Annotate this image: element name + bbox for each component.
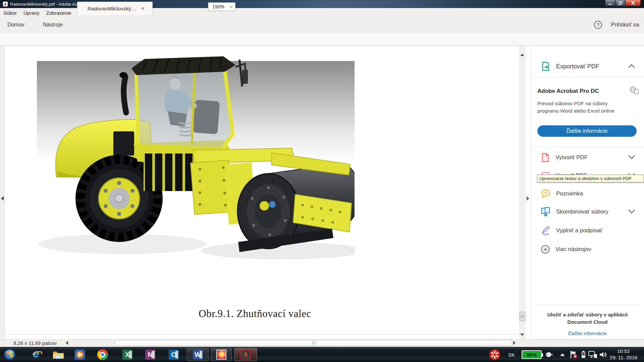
vertical-scrollbar[interactable] (519, 46, 526, 339)
promo-description-line2: programu Word alebo Excel online (537, 108, 638, 114)
doc-cloud-text-line2: Document Cloud (531, 319, 644, 325)
window-controls (605, 0, 641, 6)
page-size-label: 8,26 x 11,69 palcov (13, 340, 57, 346)
screen: RadovanMikšovský.pdf - Adobe Acrobat Rea… (0, 0, 644, 362)
zoom-level-select[interactable]: 150% (208, 2, 235, 11)
globe-copy-icon[interactable] (629, 86, 639, 95)
clock[interactable]: 10:52 29. 11. 2016 (605, 348, 642, 361)
language-indicator[interactable]: SK (506, 348, 517, 361)
fill-sign-label: Vyplniť a podpísať (556, 227, 602, 234)
clock-date: 29. 11. 2016 (605, 354, 642, 361)
sidebar-item-combine-files[interactable]: Skombinovať súbory (541, 206, 635, 218)
sidebar-item-export-pdf[interactable]: Exportovať PDF (541, 60, 635, 72)
create-pdf-icon (541, 153, 550, 163)
horizontal-scrollbar-thumb[interactable] (115, 340, 512, 346)
show-hidden-icons-arrow[interactable] (559, 348, 566, 361)
tab-document[interactable]: RadovanMikšovský.... × (77, 2, 153, 15)
battery-indicator[interactable]: 96% (521, 348, 543, 361)
pdf-figure-roller-image (37, 54, 355, 303)
tab-home[interactable]: Domov (0, 17, 32, 32)
menu-upravy[interactable]: Úpravy (20, 9, 43, 17)
edit-pdf-tooltip: Upravovanie textov a obrázkov v súboroch… (537, 175, 644, 182)
chevron-down-icon[interactable] (628, 155, 635, 160)
acrobat-window-icon (3, 1, 8, 7)
combine-files-icon (541, 207, 551, 217)
promo-description-line1: Prevod súborov PDF na súbory (537, 101, 638, 106)
more-tools-plus-icon (541, 245, 550, 254)
tab-close-icon[interactable]: × (141, 6, 144, 12)
onenote-icon[interactable]: N (142, 348, 158, 361)
sidebar-divider (531, 77, 644, 77)
outlook-icon[interactable]: O (166, 348, 182, 361)
action-center-flag-icon[interactable] (569, 348, 578, 361)
file-explorer-icon[interactable] (51, 348, 66, 361)
antivirus-tray-icon[interactable] (487, 348, 502, 361)
excel-icon[interactable]: X (119, 348, 136, 361)
power-plug-icon[interactable] (544, 348, 554, 361)
sidebar-item-fill-sign[interactable]: Vyplniť a podpísať (541, 225, 635, 237)
vertical-scrollbar-thumb[interactable] (520, 312, 525, 321)
clock-time: 10:52 (605, 348, 642, 354)
tab-bar: Domov Nástroje ? Prihlásiť sa (0, 17, 644, 32)
tab-document-label: RadovanMikšovský.... (88, 6, 137, 11)
scroll-up-arrow[interactable] (520, 54, 524, 56)
more-info-button[interactable]: Ďalšie informácie (537, 125, 637, 137)
restore-button[interactable] (615, 0, 625, 6)
more-tools-label: Viac nástrojov (555, 246, 591, 253)
comment-label: Poznámka (556, 190, 583, 197)
sidebar-item-more-tools[interactable]: Viac nástrojov (541, 243, 635, 255)
battery-tray-icon[interactable] (579, 348, 588, 361)
chevron-down-icon[interactable] (628, 209, 635, 214)
chrome-icon[interactable] (95, 348, 110, 361)
minimize-button[interactable] (605, 0, 615, 6)
doc-cloud-more-info-link[interactable]: Ďalšie informácie (531, 330, 644, 336)
main-toolbar (0, 32, 644, 46)
help-icon[interactable]: ? (594, 21, 602, 29)
tab-tools[interactable]: Nástroje (32, 17, 74, 32)
word-taskbar-button[interactable]: W (187, 348, 209, 361)
sidebar-item-create-pdf[interactable]: Vytvoriť PDF (541, 152, 635, 164)
menu-zobrazenie[interactable]: Zobrazenie (43, 9, 75, 17)
page-boundary (5, 334, 519, 335)
fill-sign-icon (541, 226, 551, 235)
export-pdf-icon (541, 61, 551, 71)
acrobat-taskbar-button[interactable]: A (234, 348, 257, 361)
hscroll-right-arrow[interactable] (513, 341, 516, 345)
sign-in-link[interactable]: Prihlásiť sa (611, 21, 639, 28)
sidebar-divider (536, 305, 642, 305)
doc-cloud-text-line1: Uložiť a zdieľať súbory v aplikácii (531, 312, 644, 317)
scroll-down-arrow[interactable] (520, 334, 524, 336)
tools-pane-collapse-handle[interactable] (527, 196, 529, 201)
internet-explorer-icon[interactable]: e (30, 348, 44, 361)
zoom-level-value: 150% (208, 4, 228, 9)
network-tray-icon[interactable] (588, 348, 598, 361)
chevron-up-icon[interactable] (628, 64, 635, 68)
create-pdf-label: Vytvoriť PDF (555, 154, 588, 161)
image-viewer-taskbar-button[interactable] (211, 348, 232, 361)
hscroll-left-arrow[interactable] (66, 341, 68, 345)
menu-subor[interactable]: Súbor (0, 9, 20, 17)
close-button[interactable] (625, 0, 641, 6)
comment-bubble-icon (541, 189, 551, 198)
sidebar-item-comment[interactable]: Poznámka (541, 188, 635, 200)
nav-pane-collapse-handle[interactable] (1, 196, 4, 201)
navigation-pane-strip (0, 46, 5, 339)
media-player-icon[interactable] (72, 348, 87, 361)
export-pdf-label: Exportovať PDF (556, 63, 599, 70)
sidebar-divider (531, 147, 644, 147)
start-button[interactable] (3, 348, 17, 361)
promo-title: Adobe Acrobat Pro DC (537, 88, 599, 95)
combine-files-label: Skombinovať súbory (556, 208, 608, 215)
figure-caption: Obr.9.1. Zhutňovací valec (127, 308, 382, 320)
chevron-down-icon (228, 5, 234, 8)
